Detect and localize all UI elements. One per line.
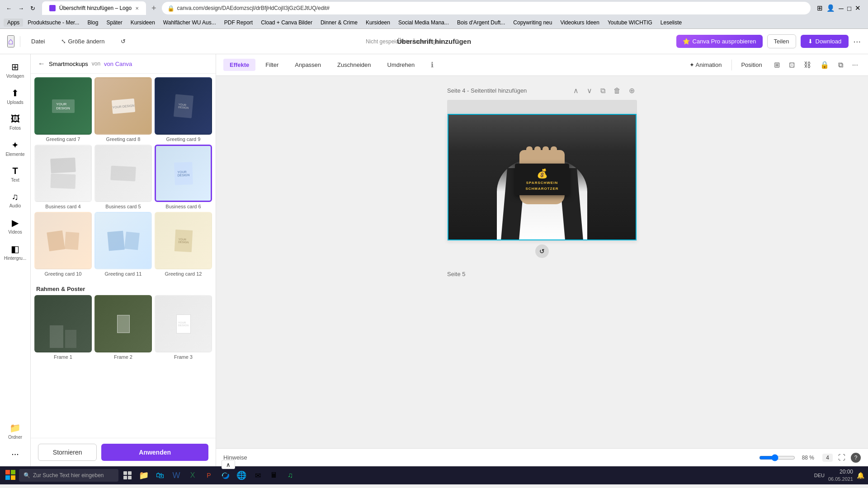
taskbar-app-edge[interactable] (218, 468, 232, 483)
list-item[interactable]: YOURDESIGN Greeting card 12 (155, 212, 212, 277)
bookmark-kursideen1[interactable]: Kursideen (127, 19, 159, 27)
sidebar-item-text[interactable]: T Text (2, 162, 29, 186)
list-item[interactable]: Frame 1 (34, 295, 92, 360)
bookmark-produktsuche[interactable]: Produktsuche - Mer... (24, 19, 83, 27)
undo-btn[interactable]: ↺ (115, 35, 131, 47)
taskbar-app-explorer[interactable]: 📁 (137, 468, 151, 483)
page-duplicate-btn[interactable]: ⧉ (598, 85, 608, 96)
sidebar-item-ordner[interactable]: 📁 Ordner (2, 419, 29, 443)
greeting-12-thumb[interactable]: YOURDESIGN (155, 212, 212, 269)
greeting-8-thumb[interactable]: YOUR DESIGN (94, 77, 152, 135)
bookmark-cload[interactable]: Cload + Canva Bilder (257, 19, 316, 27)
panel-scroll-area[interactable]: YOURDESIGN Greeting card 7 YOUR DESIGN (31, 74, 216, 438)
bookmark-copy[interactable]: Copywriting neu (509, 19, 556, 27)
canvas-page-4[interactable]: ↺ (447, 113, 637, 241)
extensions-icon[interactable]: ⊞ (817, 4, 823, 12)
taskbar-search[interactable]: 🔍 Zur Suche Text hier eingeben (19, 469, 118, 482)
bookmark-kursideen2[interactable]: Kursideen (362, 19, 394, 27)
taskbar-app-store[interactable]: 🛍 (153, 468, 167, 483)
list-item[interactable]: YOURDESIGN Greeting card 7 (34, 77, 92, 142)
bookmark-social[interactable]: Social Media Mana... (395, 19, 453, 27)
page-up-btn[interactable]: ∧ (571, 85, 581, 96)
file-menu-btn[interactable]: Datei (26, 35, 50, 47)
taskbar-app-taskview[interactable] (120, 468, 135, 483)
lock-icon-btn[interactable]: 🔒 (817, 59, 832, 71)
download-btn[interactable]: ⬇ Download (801, 35, 849, 48)
frame-3-thumb[interactable]: YOURDESIGN (155, 295, 212, 352)
list-item[interactable]: Frame 2 (94, 295, 152, 360)
fullscreen-btn[interactable]: ⛶ (838, 454, 845, 462)
biz-6-thumb[interactable]: YOURDESIGN (155, 145, 212, 202)
taskbar-app-mail[interactable]: ✉ (250, 468, 265, 483)
link-icon-btn[interactable]: ⛓ (801, 59, 814, 71)
greeting-9-thumb[interactable]: YOURDESIGN (155, 77, 212, 135)
list-item[interactable]: YOURDESIGN Frame 3 (155, 295, 212, 360)
animation-btn[interactable]: ✦ Animation (683, 59, 728, 71)
taskbar-app-word[interactable]: W (169, 468, 184, 483)
list-item[interactable]: Business card 4 (34, 145, 92, 209)
bookmark-wahlf[interactable]: Wahlfächer WU Aus... (160, 19, 220, 27)
sidebar-item-videos[interactable]: ▶ Videos (2, 214, 29, 238)
share-btn[interactable]: Teilen (767, 34, 796, 48)
list-item[interactable]: Greeting card 10 (34, 212, 92, 277)
more-options-btn[interactable]: ··· (853, 36, 861, 47)
taskbar-app-powerpoint[interactable]: P (202, 468, 216, 483)
bookmark-youtube[interactable]: Youtube WICHTIG (604, 19, 656, 27)
cancel-btn[interactable]: Stornieren (38, 444, 97, 461)
sidebar-item-uploads[interactable]: ⬆ Uploads (2, 84, 29, 108)
crop-icon-btn[interactable]: ⊡ (786, 59, 797, 71)
tab-zuschneiden[interactable]: Zuschneiden (331, 59, 377, 71)
bookmark-blog[interactable]: Blog (84, 19, 102, 27)
sidebar-item-more[interactable]: ··· (2, 445, 29, 463)
bookmark-dinner[interactable]: Dinner & Crime (317, 19, 361, 27)
biz-4-thumb[interactable] (34, 145, 92, 202)
sidebar-item-fotos[interactable]: 🖼 Fotos (2, 110, 29, 134)
apply-btn[interactable]: Anwenden (101, 444, 208, 461)
grid-icon-btn[interactable]: ⊞ (771, 59, 783, 71)
browser-tab[interactable]: Überschrift hinzufügen – Logo ✕ (42, 1, 146, 15)
help-btn[interactable]: ? (851, 453, 861, 463)
greeting-7-thumb[interactable]: YOURDESIGN (34, 77, 92, 135)
minimize-btn[interactable]: ─ (839, 5, 844, 12)
sidebar-item-vorlagen[interactable]: ⊞ Vorlagen (2, 58, 29, 82)
list-item[interactable]: YOURDESIGN Business card 6 (155, 145, 212, 209)
greeting-11-thumb[interactable] (94, 212, 152, 269)
list-item[interactable]: YOUR DESIGN Greeting card 8 (94, 77, 152, 142)
panel-source-link[interactable]: von Canva (104, 61, 132, 67)
taskbar-app-excel[interactable]: X (185, 468, 200, 483)
tab-umdrehen[interactable]: Umdrehen (381, 59, 421, 71)
bookmark-pdf[interactable]: PDF Report (221, 19, 256, 27)
notification-icon[interactable]: 🔔 (857, 472, 864, 479)
bookmark-bois[interactable]: Bois d'Argent Duft... (453, 19, 509, 27)
address-bar[interactable]: 🔒 canva.com/design/DAEdomzscjl/drBfjHdCo… (162, 2, 811, 14)
greeting-10-thumb[interactable] (34, 212, 92, 269)
duplicate-icon-btn[interactable]: ⧉ (835, 59, 846, 71)
bookmark-lese[interactable]: Leseliste (657, 19, 685, 27)
frame-2-thumb[interactable] (94, 295, 152, 352)
info-btn[interactable]: ℹ (425, 58, 440, 72)
maximize-btn[interactable]: □ (847, 5, 851, 12)
close-btn[interactable]: ✕ (855, 4, 861, 12)
page-indicator[interactable]: 4 (822, 454, 833, 462)
sidebar-item-hintergrund[interactable]: ◧ Hintergru... (2, 240, 29, 264)
frame-1-thumb[interactable] (34, 295, 92, 352)
list-item[interactable]: Greeting card 11 (94, 212, 152, 277)
new-tab-btn[interactable]: + (149, 4, 159, 13)
sidebar-item-elemente[interactable]: ✦ Elemente (2, 136, 29, 160)
biz-5-thumb[interactable] (94, 145, 152, 202)
taskbar-app-chrome[interactable]: 🌐 (234, 468, 249, 483)
apps-bookmark[interactable]: Apps (4, 19, 23, 27)
refresh-btn[interactable]: ↺ (535, 244, 549, 258)
page-add-btn[interactable]: ⊕ (627, 85, 637, 96)
resize-btn[interactable]: ⤡ Größe ändern (56, 35, 110, 47)
taskbar-app-calculator[interactable]: 🖩 (267, 468, 281, 483)
sidebar-item-audio[interactable]: ♫ Audio (2, 188, 29, 212)
page-delete-btn[interactable]: 🗑 (611, 85, 623, 96)
canva-pro-btn[interactable]: ⭐ Canva Pro ausprobieren (676, 35, 763, 48)
tab-effekte[interactable]: Effekte (223, 59, 255, 71)
list-item[interactable]: Business card 5 (94, 145, 152, 209)
taskbar-app-music[interactable]: ♫ (283, 468, 297, 483)
bookmark-video[interactable]: Videokurs Ideen (557, 19, 603, 27)
panel-back-btn[interactable]: ← (38, 60, 45, 68)
taskbar-start-btn[interactable] (4, 468, 17, 483)
